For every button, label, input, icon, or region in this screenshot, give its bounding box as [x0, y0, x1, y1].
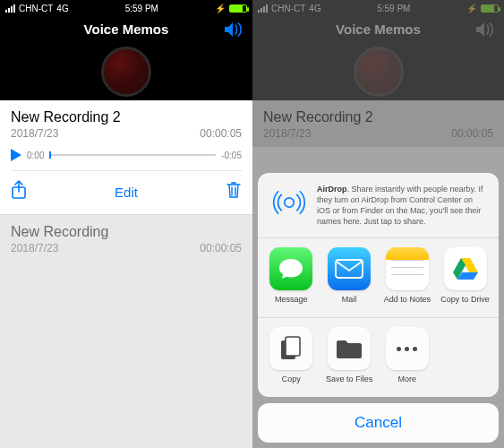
folder-icon	[328, 327, 371, 370]
recording-title: New Recording 2	[11, 109, 242, 125]
recording-length: 00:00:05	[200, 242, 242, 254]
recording-date: 2018/7/23	[11, 127, 58, 140]
time-label: 5:59 PM	[125, 4, 158, 13]
notes-icon	[386, 247, 429, 290]
edit-button[interactable]: Edit	[115, 185, 138, 200]
share-app-notes[interactable]: Add to Notes	[381, 247, 434, 305]
share-action-save-files[interactable]: Save to Files	[323, 327, 376, 384]
more-icon	[386, 327, 429, 370]
recording-length: 00:00:05	[200, 127, 242, 140]
recording-item[interactable]: New Recording 2018/7/23 00:00:05	[0, 214, 252, 263]
status-bar: CHN-CT 4G 5:59 PM ⚡	[0, 0, 252, 16]
charging-icon: ⚡	[215, 4, 226, 13]
share-app-mail[interactable]: Mail	[323, 247, 376, 305]
speaker-button[interactable]	[224, 22, 243, 41]
remaining-label: -0:05	[221, 151, 242, 160]
network-label: 4G	[56, 4, 68, 13]
carrier-label: CHN-CT	[19, 4, 53, 13]
svg-rect-4	[286, 337, 300, 356]
play-button[interactable]	[11, 149, 21, 161]
recording-date: 2018/7/23	[11, 242, 58, 254]
share-app-drive[interactable]: Copy to Drive	[439, 247, 491, 305]
trash-button[interactable]	[226, 181, 242, 202]
signal-icon	[5, 4, 15, 13]
copy-icon	[269, 327, 312, 370]
share-action-copy[interactable]: Copy	[265, 327, 318, 384]
cancel-button[interactable]: Cancel	[258, 403, 499, 443]
elapsed-label: 0:00	[27, 151, 44, 160]
airdrop-description: AirDrop. Share instantly with people nea…	[317, 184, 486, 228]
drive-icon	[444, 247, 487, 290]
battery-icon	[229, 4, 247, 13]
share-app-message[interactable]: Message	[265, 247, 318, 305]
message-icon	[269, 247, 312, 290]
airdrop-icon	[270, 184, 308, 221]
mail-icon	[328, 247, 371, 290]
app-header: Voice Memos	[0, 16, 252, 100]
app-title: Voice Memos	[0, 16, 252, 37]
recording-title: New Recording	[11, 224, 242, 240]
share-action-more[interactable]: More	[381, 327, 434, 384]
scrubber[interactable]	[49, 154, 216, 156]
airdrop-row[interactable]: AirDrop. Share instantly with people nea…	[258, 173, 499, 238]
svg-rect-2	[336, 260, 363, 278]
svg-point-1	[285, 197, 295, 207]
share-sheet: AirDrop. Share instantly with people nea…	[258, 173, 499, 443]
recording-item-expanded[interactable]: New Recording 2 2018/7/23 00:00:05 0:00 …	[0, 100, 252, 214]
record-button[interactable]	[101, 47, 151, 97]
share-button[interactable]	[11, 180, 27, 203]
